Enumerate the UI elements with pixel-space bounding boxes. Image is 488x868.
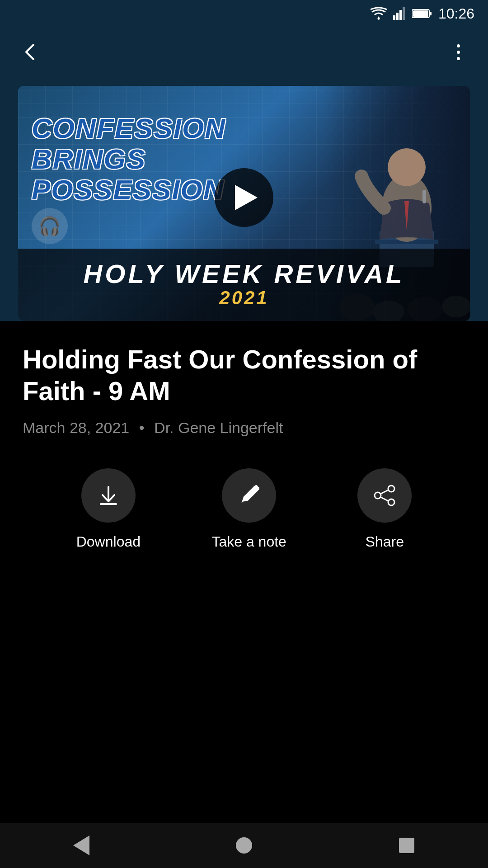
svg-rect-4 xyxy=(403,7,405,20)
nav-recent-button[interactable] xyxy=(389,827,425,863)
play-icon xyxy=(235,185,258,210)
status-time: 10:26 xyxy=(438,5,474,22)
svg-point-11 xyxy=(388,148,426,186)
action-buttons: Download Take a note xyxy=(23,468,465,550)
share-action[interactable]: Share xyxy=(357,468,412,550)
confession-title-overlay: CONFESSION BRINGS POSSESSION xyxy=(32,113,357,206)
nav-recent-icon xyxy=(399,838,414,853)
back-button[interactable] xyxy=(16,38,43,66)
note-icon xyxy=(237,483,261,508)
svg-point-21 xyxy=(375,492,381,499)
battery-icon xyxy=(412,9,432,19)
nav-back-icon xyxy=(73,835,89,855)
nav-home-icon xyxy=(236,837,252,854)
back-arrow-icon xyxy=(19,41,41,63)
note-label: Take a note xyxy=(211,533,286,550)
revival-label: HOLY WEEK REVIVAL xyxy=(83,261,404,287)
svg-line-22 xyxy=(381,490,388,494)
confession-line2: BRINGS xyxy=(32,144,357,175)
svg-point-0 xyxy=(377,18,380,20)
wifi-icon xyxy=(371,7,387,20)
svg-rect-12 xyxy=(422,190,426,203)
revival-text-area: HOLY WEEK REVIVAL 2021 xyxy=(18,249,470,321)
note-action[interactable]: Take a note xyxy=(211,468,286,550)
download-circle xyxy=(81,468,136,523)
share-label: Share xyxy=(366,533,404,550)
signal-icon xyxy=(393,7,406,20)
sermon-meta: March 28, 2021 • Dr. Gene Lingerfelt xyxy=(23,419,465,437)
share-circle xyxy=(357,468,412,523)
top-nav xyxy=(0,27,488,77)
sermon-title: Holding Fast Our Confession of Faith - 9… xyxy=(23,344,465,406)
svg-rect-3 xyxy=(399,10,402,20)
confession-line1: CONFESSION xyxy=(32,113,357,144)
download-icon xyxy=(96,483,121,508)
svg-rect-2 xyxy=(396,13,399,20)
share-icon xyxy=(372,483,397,508)
content-area: Holding Fast Our Confession of Faith - 9… xyxy=(0,321,488,550)
download-label: Download xyxy=(76,533,141,550)
audio-badge: 🎧 xyxy=(32,208,68,244)
nav-home-button[interactable] xyxy=(226,827,262,863)
svg-point-20 xyxy=(388,499,394,505)
svg-rect-1 xyxy=(393,15,395,20)
three-dots-icon xyxy=(457,44,460,60)
revival-year: 2021 xyxy=(219,287,268,309)
thumbnail-container: CONFESSION BRINGS POSSESSION xyxy=(0,77,488,321)
nav-back-button[interactable] xyxy=(63,827,99,863)
status-icons: 10:26 xyxy=(371,5,474,22)
headphone-icon: 🎧 xyxy=(38,216,61,237)
confession-line3: POSSESSION xyxy=(32,175,357,205)
sermon-date: March 28, 2021 xyxy=(23,419,129,436)
more-options-button[interactable] xyxy=(445,38,472,66)
sermon-thumbnail[interactable]: CONFESSION BRINGS POSSESSION xyxy=(18,86,470,321)
status-bar: 10:26 xyxy=(0,0,488,27)
svg-rect-6 xyxy=(429,12,432,15)
meta-separator: • xyxy=(139,419,145,436)
svg-point-19 xyxy=(388,486,394,492)
download-action[interactable]: Download xyxy=(76,468,141,550)
svg-rect-7 xyxy=(413,10,428,17)
note-circle xyxy=(222,468,276,523)
sermon-author: Dr. Gene Lingerfelt xyxy=(154,419,283,436)
bottom-nav xyxy=(0,823,488,868)
svg-line-23 xyxy=(381,497,388,501)
play-button[interactable] xyxy=(215,168,273,227)
